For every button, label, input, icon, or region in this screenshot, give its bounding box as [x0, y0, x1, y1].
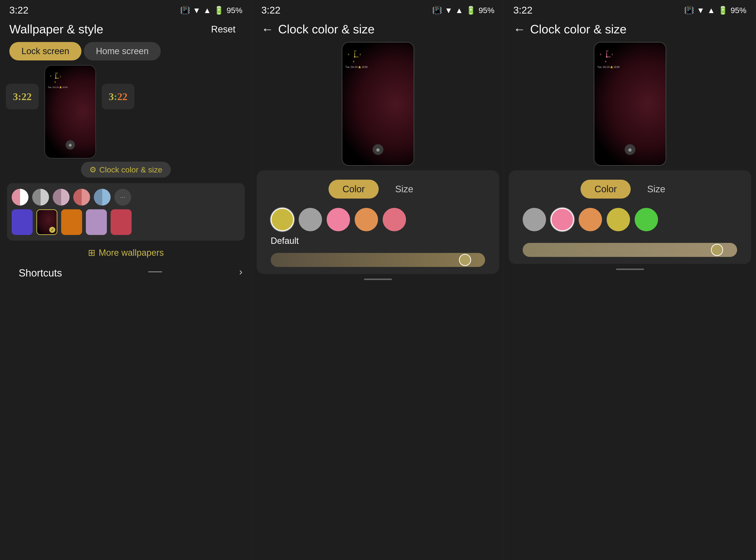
swatch-yellow-3[interactable] — [607, 208, 630, 231]
swatch-orange[interactable] — [355, 208, 378, 231]
svg-text:3: 3 — [360, 53, 361, 56]
swatch-yellow[interactable] — [271, 208, 294, 231]
slider-thumb-2[interactable] — [459, 254, 471, 266]
brightness-slider-2[interactable] — [271, 253, 485, 267]
color-size-tabs-2: Color Size — [261, 175, 494, 203]
wallpaper-thumb-4[interactable] — [86, 209, 107, 235]
status-time-2: 3:22 — [261, 5, 280, 16]
battery-text-1: 95% — [226, 6, 242, 15]
clock-display-1: 3:22 — [13, 91, 32, 103]
phone-frame-2: 12 9 3 6 Tue, Oct 24 🔔 10:00 ◉ — [342, 42, 414, 166]
swatch-gray-3[interactable] — [523, 208, 546, 231]
brightness-slider-3[interactable] — [523, 243, 737, 257]
divider-bar — [148, 272, 162, 272]
battery-icon-3: 🔋 — [718, 6, 728, 15]
home-screen-tab[interactable]: Home screen — [84, 42, 161, 60]
header-2: ← Clock color & size — [252, 19, 504, 40]
svg-text:12: 12 — [354, 49, 357, 52]
svg-text:6: 6 — [55, 81, 56, 83]
fingerprint-3[interactable]: ◉ — [625, 144, 635, 155]
battery-text-2: 95% — [479, 6, 494, 15]
more-wallpapers-button[interactable]: ⊞ More wallpapers — [0, 243, 252, 260]
grid-icon: ⊞ — [88, 247, 96, 258]
swatch-green-3[interactable] — [635, 208, 658, 231]
phone-preview-center-3: 12 9 3 6 Tue, Oct 24 🔔 10:00 ◉ — [504, 40, 756, 170]
size-tab-3[interactable]: Size — [633, 180, 679, 199]
clock-color-size-button[interactable]: ⚙ Clock color & size — [81, 162, 171, 178]
swatch-3[interactable] — [53, 189, 69, 205]
color-size-panel-3: Color Size — [509, 170, 751, 264]
clock-color-panel-2: 3:22 📳 ▼ ▲ 🔋 95% ← Clock color & size 12… — [252, 0, 504, 560]
phone-date: Tue, Oct 24 🔔 10:00 — [48, 86, 68, 88]
more-swatches-button[interactable]: ··· — [114, 189, 131, 205]
color-tab-3[interactable]: Color — [580, 180, 631, 199]
shortcuts-title: Shortcuts — [9, 262, 72, 281]
swatch-1[interactable] — [12, 189, 28, 205]
color-tab-2[interactable]: Color — [329, 180, 379, 199]
color-size-tabs-3: Color Size — [513, 175, 747, 203]
status-icons-1: 📳 ▼ ▲ 🔋 95% — [180, 6, 242, 15]
svg-text:12: 12 — [606, 49, 609, 52]
vibrate-icon: 📳 — [180, 6, 190, 15]
bottom-bar-2 — [364, 279, 392, 280]
shortcuts-row: Shortcuts › — [0, 260, 252, 283]
wifi-icon-3: ▼ — [697, 6, 705, 15]
signal-icon-3: ▲ — [707, 6, 715, 15]
wallpaper-thumb-5[interactable] — [111, 209, 132, 235]
swatch-4[interactable] — [73, 189, 90, 205]
wallpaper-style-panel: 3:22 📳 ▼ ▲ 🔋 95% Wallpaper & style Reset… — [0, 0, 252, 560]
vibrate-icon-2: 📳 — [432, 6, 442, 15]
fingerprint-icon-3: ◉ — [628, 147, 632, 152]
wallpaper-thumb-1[interactable] — [12, 209, 33, 235]
clock-svg-3: 12 9 3 6 — [598, 48, 616, 66]
svg-text:3: 3 — [60, 75, 61, 78]
svg-point-6 — [55, 78, 57, 79]
signal-icon: ▲ — [203, 6, 211, 15]
swatch-red[interactable] — [383, 208, 406, 231]
wifi-icon: ▼ — [193, 6, 201, 15]
back-button-2[interactable]: ← — [261, 22, 274, 36]
svg-text:9: 9 — [348, 53, 349, 56]
swatch-2[interactable] — [32, 189, 49, 205]
size-tab-2[interactable]: Size — [381, 180, 427, 199]
clock-style-card-2[interactable]: 3:22 — [102, 84, 135, 109]
vibrate-icon-3: 📳 — [684, 6, 694, 15]
wifi-icon-2: ▼ — [445, 6, 453, 15]
fingerprint-icon-2: ◉ — [376, 147, 380, 152]
color-swatches-2 — [261, 203, 494, 236]
fingerprint-button[interactable]: ◉ — [65, 140, 75, 149]
clock-display-2: 3:22 — [109, 91, 127, 103]
clock-style-card-1[interactable]: 3:22 — [6, 84, 39, 109]
slider-thumb-3[interactable] — [711, 244, 723, 256]
wallpaper-thumb-3[interactable] — [61, 209, 82, 235]
svg-point-20 — [606, 56, 608, 58]
fingerprint-icon: ◉ — [68, 142, 72, 147]
color-swatches-3 — [513, 203, 747, 236]
status-time-1: 3:22 — [9, 5, 28, 16]
svg-point-13 — [354, 56, 355, 58]
fingerprint-2[interactable]: ◉ — [373, 144, 383, 155]
clock-settings-row: ⚙ Clock color & size — [0, 158, 252, 181]
reset-button[interactable]: Reset — [211, 24, 236, 35]
header-1: Wallpaper & style Reset — [0, 19, 252, 40]
swatch-5[interactable] — [94, 189, 111, 205]
shortcuts-chevron-icon[interactable]: › — [239, 266, 242, 277]
clock-svg-2: 12 9 3 6 — [346, 48, 363, 66]
analog-clock-svg: 12 9 3 6 — [48, 71, 63, 86]
phone-clock-3: 12 9 3 6 — [598, 48, 616, 67]
phone-clock: 12 9 3 6 — [48, 71, 63, 87]
preview-area: 3:22 12 9 3 6 — [0, 65, 252, 158]
swatch-pink-3[interactable] — [551, 208, 574, 231]
wallpaper-thumb-2[interactable]: ✓ — [36, 209, 57, 235]
status-bar-1: 3:22 📳 ▼ ▲ 🔋 95% — [0, 0, 252, 19]
swatch-orange-3[interactable] — [579, 208, 602, 231]
swatch-gray[interactable] — [299, 208, 322, 231]
gear-icon: ⚙ — [89, 165, 96, 174]
back-button-3[interactable]: ← — [513, 22, 525, 36]
lock-screen-tab[interactable]: Lock screen — [9, 42, 81, 60]
svg-text:9: 9 — [50, 75, 51, 77]
status-bar-2: 3:22 📳 ▼ ▲ 🔋 95% — [252, 0, 504, 19]
phone-frame-3: 12 9 3 6 Tue, Oct 24 🔔 10:00 ◉ — [594, 42, 666, 166]
swatch-pink[interactable] — [327, 208, 350, 231]
status-time-3: 3:22 — [513, 5, 533, 16]
